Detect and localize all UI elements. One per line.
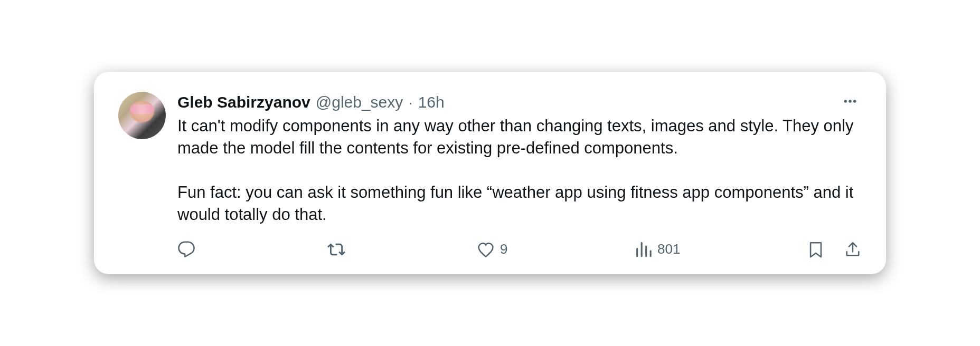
share-icon	[844, 241, 862, 258]
author-handle: @gleb_sexy	[316, 92, 403, 112]
svg-point-1	[849, 100, 852, 103]
tweet-card: Gleb Sabirzyanov @gleb_sexy · 16h It can…	[94, 72, 886, 274]
retweet-icon	[327, 241, 345, 258]
more-icon	[842, 93, 858, 109]
like-count: 9	[500, 241, 507, 257]
timestamp[interactable]: 16h	[418, 92, 445, 112]
author-display-name: Gleb Sabirzyanov	[177, 92, 310, 112]
heart-icon	[477, 241, 495, 258]
more-options-button[interactable]	[838, 90, 862, 113]
tweet-content: Gleb Sabirzyanov @gleb_sexy · 16h It can…	[177, 92, 862, 258]
tweet-text: It can't modify components in any way ot…	[177, 115, 862, 225]
bookmark-icon	[807, 241, 825, 258]
views-icon	[634, 241, 652, 258]
retweet-button[interactable]	[327, 241, 351, 258]
views-button[interactable]: 801	[634, 241, 680, 258]
right-action-group	[807, 241, 862, 258]
svg-point-0	[844, 100, 847, 103]
like-button[interactable]: 9	[477, 241, 507, 258]
avatar[interactable]	[118, 92, 166, 139]
reply-icon	[177, 241, 195, 258]
separator-dot: ·	[408, 92, 412, 112]
svg-point-2	[853, 100, 856, 103]
share-button[interactable]	[844, 241, 862, 258]
tweet-header: Gleb Sabirzyanov @gleb_sexy · 16h	[177, 92, 862, 113]
view-count: 801	[657, 241, 680, 257]
author-identity[interactable]: Gleb Sabirzyanov @gleb_sexy · 16h	[177, 92, 445, 112]
tweet-actions: 9 801	[177, 241, 862, 258]
bookmark-button[interactable]	[807, 241, 825, 258]
reply-button[interactable]	[177, 241, 201, 258]
